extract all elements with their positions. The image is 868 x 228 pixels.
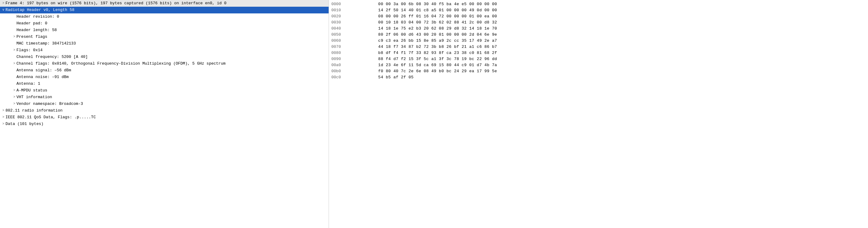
hex-row: 003000 10 18 03 04 00 72 3b 62 02 88 41 … <box>331 20 866 26</box>
hex-row: 000000 00 3a 00 6b 08 30 40 f5 ba 4e e5 … <box>331 1 866 7</box>
hex-row: 00c054 b5 af 2f 05 <box>331 75 866 81</box>
tree-row-radio-info[interactable]: > 802.11 radio information <box>0 107 329 114</box>
tree-row-header-rev[interactable]: Header revision: 0 <box>0 13 329 20</box>
hex-offset: 0050 <box>331 32 378 38</box>
tree-row-vendor-ns[interactable]: > Vendor namespace: Broadcom-3 <box>0 101 329 107</box>
row-label: Header pad: 0 <box>17 21 47 27</box>
hex-bytes: 54 b5 af 2f 05 <box>378 75 866 81</box>
tree-row-header-pad[interactable]: Header pad: 0 <box>0 20 329 27</box>
hex-bytes: 08 00 00 26 ff 01 16 04 72 00 00 00 01 0… <box>378 13 866 20</box>
right-panel: 000000 00 3a 00 6b 08 30 40 f5 ba 4e e5 … <box>329 0 868 228</box>
expand-icon[interactable]: > <box>1 0 5 6</box>
hex-row: 00b0f0 80 40 7c 2e 6e 08 49 b0 bc 24 29 … <box>331 68 866 75</box>
tree-row-flags[interactable]: > Flags: 0x14 <box>0 47 329 54</box>
hex-bytes: 1d 23 4e 6f 11 5d ca 69 15 80 44 c9 01 d… <box>378 62 866 68</box>
tree-row-ieee-qos[interactable]: > IEEE 802.11 QoS Data, Flags: .p.....TC <box>0 114 329 121</box>
tree-row-antenna-signal[interactable]: Antenna signal: –56 dBm <box>0 67 329 74</box>
hex-row: 001014 2f 50 14 40 01 c8 a5 01 00 00 00 … <box>331 7 866 13</box>
tree-row-mac-timestamp[interactable]: MAC timestamp: 3847142133 <box>0 40 329 47</box>
expand-icon[interactable]: > <box>12 101 17 107</box>
hex-row: 0060c9 c3 ea 26 bb 15 8e 85 a9 2c cc 35 … <box>331 38 866 44</box>
hex-bytes: c9 c3 ea 26 bb 15 8e 85 a9 2c cc 35 17 4… <box>378 38 866 44</box>
row-label: Radiotap Header v0, Length 58 <box>5 7 74 13</box>
hex-offset: 00c0 <box>331 75 378 81</box>
tree-row-channel-flags[interactable]: > Channel flags: 0x0140, Orthogonal Freq… <box>0 60 329 67</box>
row-label: Header length: 58 <box>17 27 57 33</box>
tree-row-vht[interactable]: > VHT information <box>0 94 329 101</box>
expand-icon[interactable]: > <box>12 87 17 93</box>
row-label: Header revision: 0 <box>17 14 59 20</box>
row-label: Antenna signal: –56 dBm <box>17 67 71 74</box>
hex-bytes: b8 df f4 f1 7f 33 82 93 8f ca 23 38 c0 8… <box>378 50 866 56</box>
row-label: Channel frequency: 5200 [A 40] <box>17 54 88 60</box>
tree-row-radiotap[interactable]: v Radiotap Header v0, Length 58 <box>0 7 329 13</box>
hex-bytes: 80 2f 06 00 d6 43 00 20 01 00 00 00 2d 0… <box>378 32 866 38</box>
tree-row-antenna[interactable]: Antenna: 1 <box>0 81 329 87</box>
hex-row: 009088 f4 d7 f2 15 3f 5c a1 3f 3c 78 19 … <box>331 56 866 62</box>
hex-offset: 0010 <box>331 7 378 13</box>
row-label: Antenna: 1 <box>17 81 40 87</box>
tree-row-data[interactable]: > Data (101 bytes) <box>0 121 329 127</box>
hex-offset: 00a0 <box>331 62 378 68</box>
hex-offset: 0090 <box>331 56 378 62</box>
hex-row: 005080 2f 06 00 d6 43 00 20 01 00 00 00 … <box>331 32 866 38</box>
hex-row: 002008 00 00 26 ff 01 16 04 72 00 00 00 … <box>331 13 866 20</box>
hex-row: 007044 18 f7 34 87 b2 72 3b b8 26 bf 21 … <box>331 44 866 50</box>
row-label: IEEE 802.11 QoS Data, Flags: .p.....TC <box>5 114 96 120</box>
hex-offset: 0040 <box>331 26 378 32</box>
hex-bytes: 14 2f 50 14 40 01 c8 a5 01 00 00 00 49 0… <box>378 7 866 13</box>
row-label: Channel flags: 0x0140, Orthogonal Freque… <box>17 61 226 67</box>
expand-icon[interactable]: > <box>1 114 5 120</box>
hex-bytes: 00 00 3a 00 6b 08 30 40 f5 ba 4e e5 00 0… <box>378 1 866 7</box>
hex-offset: 0080 <box>331 50 378 56</box>
hex-offset: 0070 <box>331 44 378 50</box>
tree-row-antenna-noise[interactable]: Antenna noise: –91 dBm <box>0 74 329 81</box>
row-label: Antenna noise: –91 dBm <box>17 74 69 80</box>
hex-row: 004014 18 1e 75 e2 b3 20 62 08 29 d8 32 … <box>331 26 866 32</box>
hex-row: 00a01d 23 4e 6f 11 5d ca 69 15 80 44 c9 … <box>331 62 866 68</box>
tree-row-frame[interactable]: > Frame 4: 197 bytes on wire (1576 bits)… <box>0 0 329 7</box>
expand-icon[interactable]: > <box>12 34 17 40</box>
expand-icon[interactable]: > <box>1 108 5 114</box>
hex-bytes: 14 18 1e 75 e2 b3 20 62 08 29 d8 32 14 1… <box>378 26 866 32</box>
hex-offset: 0060 <box>331 38 378 44</box>
tree-row-present-flags[interactable]: > Present flags <box>0 33 329 40</box>
row-label: Data (101 bytes) <box>5 121 43 127</box>
expand-icon[interactable]: v <box>1 7 5 13</box>
expand-icon[interactable]: > <box>12 61 17 67</box>
hex-bytes: f0 80 40 7c 2e 6e 08 49 b0 bc 24 29 ea 1… <box>378 68 866 75</box>
hex-bytes: 00 10 18 03 04 00 72 3b 62 02 88 41 2c 0… <box>378 20 866 26</box>
left-panel: > Frame 4: 197 bytes on wire (1576 bits)… <box>0 0 329 228</box>
tree-row-channel-freq[interactable]: Channel frequency: 5200 [A 40] <box>0 54 329 60</box>
hex-offset: 0020 <box>331 13 378 20</box>
row-label: Present flags <box>17 34 47 40</box>
hex-row: 0080b8 df f4 f1 7f 33 82 93 8f ca 23 38 … <box>331 50 866 56</box>
row-label: VHT information <box>17 94 52 100</box>
tree-row-header-len[interactable]: Header length: 58 <box>0 27 329 33</box>
hex-table: 000000 00 3a 00 6b 08 30 40 f5 ba 4e e5 … <box>331 1 866 81</box>
hex-bytes: 44 18 f7 34 87 b2 72 3b b8 26 bf 21 a1 c… <box>378 44 866 50</box>
row-label: MAC timestamp: 3847142133 <box>17 40 76 47</box>
row-label: A-MPDU status <box>17 87 47 93</box>
row-label: Frame 4: 197 bytes on wire (1576 bits), … <box>5 0 226 6</box>
tree-row-ampdu[interactable]: > A-MPDU status <box>0 87 329 94</box>
expand-icon[interactable]: > <box>1 121 5 127</box>
row-label: Vendor namespace: Broadcom-3 <box>17 101 83 107</box>
expand-icon[interactable]: > <box>12 94 17 100</box>
hex-offset: 0030 <box>331 20 378 26</box>
expand-icon[interactable]: > <box>12 47 17 53</box>
hex-offset: 00b0 <box>331 68 378 75</box>
row-label: Flags: 0x14 <box>17 47 43 53</box>
hex-offset: 0000 <box>331 1 378 7</box>
hex-bytes: 88 f4 d7 f2 15 3f 5c a1 3f 3c 78 19 bc 2… <box>378 56 866 62</box>
row-label: 802.11 radio information <box>5 108 62 114</box>
